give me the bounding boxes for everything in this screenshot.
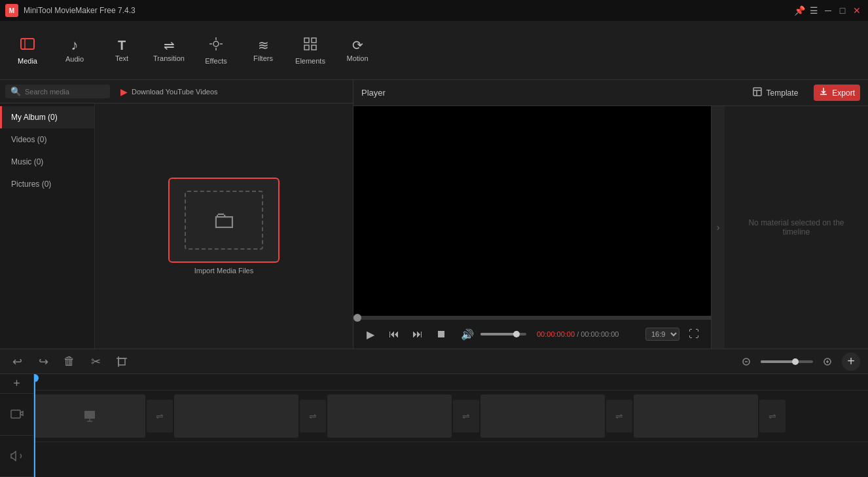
next-button[interactable]: ⏭ [408,325,427,343]
transition-icon: ⇌ [164,39,175,52]
time-total: 00:00:00:00 [581,330,619,338]
toolbar-item-filters[interactable]: ≋ Filters [241,25,285,76]
timeline-right-controls: + [737,353,860,371]
svg-rect-6 [304,38,309,43]
undo-button[interactable]: ↩ [8,353,26,371]
toolbar-item-transition[interactable]: ⇌ Transition [147,25,191,76]
properties-panel: › No material selected on the timeline [711,106,868,349]
progress-bar[interactable] [353,316,711,320]
pin-button[interactable]: 📌 [793,5,805,16]
toolbar-item-audio[interactable]: ♪ Audio [52,25,97,76]
track-labels: + [0,374,34,477]
export-button[interactable]: Export [814,85,860,101]
import-media-label: Import Media Files [194,267,253,275]
zoom-out-icon[interactable] [737,353,755,371]
fullscreen-button[interactable]: ⛶ [685,325,703,343]
transition-slot-2[interactable]: ⇌ [300,400,326,432]
app-title: MiniTool MovieMaker Free 7.4.3 [24,6,136,15]
transition-slot-3[interactable]: ⇌ [453,400,479,432]
video-slot-5[interactable] [634,394,758,438]
volume-icon[interactable]: 🔊 [458,325,477,343]
player-title: Player [361,88,386,98]
time-current: 00:00:00:00 [537,330,575,338]
toolbar-item-elements[interactable]: Elements [288,25,333,76]
menu-button[interactable]: ☰ [808,5,820,16]
cut-button[interactable]: ✂ [86,353,105,371]
properties-toggle-button[interactable]: › [712,106,725,349]
add-track-btn[interactable]: + [842,353,860,371]
add-track-plus-icon: + [13,377,20,391]
maximize-button[interactable]: □ [837,5,848,16]
minimize-button[interactable]: ─ [822,5,834,16]
svg-rect-10 [753,88,761,96]
add-media-track-btn[interactable]: + [0,374,33,394]
transition-slot-4[interactable]: ⇌ [606,400,632,432]
svg-rect-7 [312,38,316,43]
crop-button[interactable] [113,353,131,371]
redo-button[interactable]: ↪ [34,353,52,371]
audio-track [34,442,868,477]
timeline-area: ↩ ↪ 🗑 ✂ + [0,349,868,477]
svg-rect-13 [118,358,125,365]
svg-rect-9 [312,45,316,50]
delete-button[interactable]: 🗑 [60,353,79,371]
time-display: 00:00:00:00 / 00:00:00:00 [537,330,619,338]
left-inner: My Album (0) Videos (0) Music (0) Pictur… [0,104,353,349]
import-media-box[interactable]: 🗀 [168,178,280,263]
properties-content: No material selected on the timeline [725,106,868,349]
video-slot-2[interactable] [174,394,298,438]
toolbar-transition-label: Transition [153,54,185,62]
toolbar-item-media[interactable]: Media [5,25,50,76]
video-slot-4[interactable] [480,394,605,438]
folder-icon: 🗀 [212,206,236,234]
yt-download-button[interactable]: ▶ Download YouTube Videos [115,85,223,99]
timeline-toolbar: ↩ ↪ 🗑 ✂ + [0,349,868,374]
track-content: ⇌ ⇌ ⇌ ⇌ ⇌ [34,374,868,477]
sidebar-item-videos[interactable]: Videos (0) [0,128,94,151]
template-label: Template [767,88,799,98]
media-icon [20,36,35,54]
video-screen [353,106,711,316]
track-label-video[interactable] [0,394,33,435]
svg-rect-21 [11,410,20,418]
prev-button[interactable]: ⏮ [385,325,403,343]
toolbar-filters-label: Filters [253,54,273,62]
close-button[interactable]: ✕ [851,5,863,16]
sidebar-item-pictures[interactable]: Pictures (0) [0,173,94,195]
player-controls: ▶ ⏮ ⏭ ⏹ 🔊 00:00:00:00 [353,320,711,349]
video-slot-main[interactable] [34,394,145,438]
track-label-audio[interactable] [0,436,33,477]
video-player-area: ▶ ⏮ ⏭ ⏹ 🔊 00:00:00:00 [353,106,711,349]
play-button[interactable]: ▶ [361,325,380,343]
zoom-in-icon[interactable] [818,353,837,371]
aspect-ratio-select[interactable]: 16:9 9:16 1:1 4:3 [645,328,679,341]
export-label: Export [832,88,855,98]
media-searchbar: 🔍 ▶ Download YouTube Videos [0,80,353,104]
yt-icon: ▶ [120,86,128,97]
template-button[interactable]: Template [747,84,804,102]
title-bar: M MiniTool MovieMaker Free 7.4.3 📌 ☰ ─ □… [0,0,868,21]
timeline-tracks: + [0,374,868,477]
transition-slot-1[interactable]: ⇌ [147,400,173,432]
transition-slot-5[interactable]: ⇌ [759,400,786,432]
zoom-slider[interactable] [761,360,813,363]
sidebar-item-myalbum[interactable]: My Album (0) [0,106,94,128]
search-input-wrap: 🔍 [5,85,110,98]
toolbar-item-motion[interactable]: ⟳ Motion [335,25,380,76]
stop-button[interactable]: ⏹ [432,325,450,343]
toolbar: Media ♪ Audio T Text ⇌ Transition Effect… [0,21,868,80]
main-content: Media ♪ Audio T Text ⇌ Transition Effect… [0,21,868,477]
player-header: Player Template Export [353,80,868,106]
toolbar-item-effects[interactable]: Effects [194,25,238,76]
volume-dot [513,331,520,337]
sidebar-item-music[interactable]: Music (0) [0,151,94,173]
title-bar-controls: 📌 ☰ ─ □ ✕ [793,5,863,16]
import-box-inner: 🗀 [185,191,263,250]
volume-control: 🔊 [458,325,526,343]
volume-slider[interactable] [480,333,526,335]
toolbar-item-text[interactable]: T Text [99,25,144,76]
player-header-actions: Template Export [747,84,860,102]
toolbar-text-label: Text [115,54,128,62]
search-input[interactable] [25,88,105,96]
video-slot-3[interactable] [327,394,452,438]
